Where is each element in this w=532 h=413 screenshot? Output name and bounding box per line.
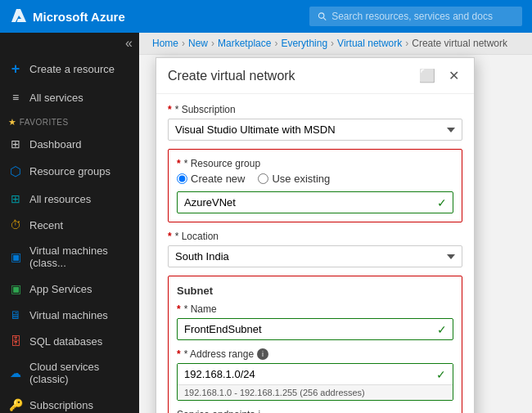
search-input[interactable] — [331, 11, 514, 22]
sidebar-item-label: Cloud services (classic) — [29, 361, 131, 385]
check-icon-address: ✓ — [436, 368, 453, 381]
service-endpoints-label: Service endpoints i — [177, 409, 453, 413]
app-services-icon: ▣ — [8, 282, 23, 295]
sidebar-item-label: Create a resource — [29, 63, 115, 75]
dialog-header: Create virtual network ⬜ ✕ — [156, 58, 474, 94]
sidebar-item-label: Resource groups — [29, 165, 110, 177]
subnet-name-field: * * Name ✓ — [177, 303, 453, 340]
sidebar-item-label: Virtual machines (class... — [29, 245, 131, 269]
location-select[interactable]: South India — [168, 245, 462, 267]
search-bar-container[interactable] — [309, 7, 522, 26]
breadcrumb-sep-5: › — [405, 38, 408, 49]
dialog-title: Create virtual network — [168, 69, 295, 83]
sidebar-item-label: All resources — [29, 193, 91, 205]
resource-group-section: * * Resource group Create new Use existi… — [168, 149, 462, 222]
main-layout: « + Create a resource ≡ All services ★ F… — [0, 33, 532, 413]
breadcrumb-sep-2: › — [211, 38, 214, 49]
sidebar-item-all-resources[interactable]: ⊞ All resources — [0, 186, 139, 212]
subnet-name-input[interactable] — [177, 318, 453, 340]
sidebar-item-virtual-machines[interactable]: 🖥 Virtual machines — [0, 302, 139, 328]
collapse-icon[interactable]: « — [125, 36, 133, 51]
recent-icon: ⏱ — [8, 218, 23, 231]
plus-icon: + — [8, 61, 23, 78]
location-label: * * Location — [168, 231, 462, 242]
service-endpoints-info-icon: i — [258, 409, 260, 413]
sidebar-item-subscriptions[interactable]: 🔑 Subscriptions — [0, 392, 139, 413]
list-icon: ≡ — [8, 91, 23, 104]
sidebar-item-label: All services — [29, 92, 83, 104]
sidebar-item-label: Recent — [29, 219, 63, 231]
vm-class-icon: ▣ — [8, 250, 23, 263]
all-resources-icon: ⊞ — [8, 192, 23, 205]
address-range-label: * * Address range i — [177, 348, 453, 360]
subscription-label: * * Subscription — [168, 104, 462, 115]
minimize-icon[interactable]: ⬜ — [416, 66, 439, 85]
address-range-input-row: ✓ — [178, 364, 453, 384]
location-field: * * Location South India — [168, 231, 462, 267]
address-range-box: ✓ 192.168.1.0 - 192.168.1.255 (256 addre… — [177, 363, 453, 401]
svg-point-1 — [318, 13, 323, 18]
dialog-body: * * Subscription Visual Studio Ultimate … — [156, 94, 474, 413]
sidebar-item-label: SQL databases — [29, 335, 102, 348]
subnet-title: Subnet — [177, 285, 453, 297]
sidebar-item-recent[interactable]: ⏱ Recent — [0, 212, 139, 238]
breadcrumb-new[interactable]: New — [188, 38, 208, 49]
use-existing-radio-label[interactable]: Use existing — [258, 173, 330, 185]
check-icon-subnet: ✓ — [437, 323, 447, 336]
azure-logo-text: Microsoft Azure — [33, 10, 125, 24]
cloud-icon: ☁ — [8, 366, 23, 379]
svg-marker-0 — [11, 9, 26, 22]
subscriptions-icon: 🔑 — [8, 398, 23, 411]
create-vnet-dialog: Create virtual network ⬜ ✕ * * Subscript… — [156, 57, 475, 413]
azure-logo-icon — [10, 7, 28, 25]
resource-group-radio-group: Create new Use existing — [177, 173, 453, 185]
sidebar-item-virtual-machines-class[interactable]: ▣ Virtual machines (class... — [0, 238, 139, 276]
vm-icon: 🖥 — [8, 308, 23, 321]
sidebar-item-app-services[interactable]: ▣ App Services — [0, 276, 139, 302]
create-new-radio[interactable] — [177, 173, 187, 184]
breadcrumb-everything[interactable]: Everything — [281, 38, 327, 49]
resource-group-input[interactable] — [177, 191, 453, 213]
sidebar-item-label: Subscriptions — [29, 399, 93, 411]
resource-group-label: * * Resource group — [177, 158, 453, 169]
dialog-controls: ⬜ ✕ — [416, 66, 462, 85]
sql-icon: 🗄 — [8, 334, 23, 348]
sidebar-item-resource-groups[interactable]: ⬡ Resource groups — [0, 157, 139, 186]
sidebar-collapse[interactable]: « — [0, 33, 139, 54]
subscription-select[interactable]: Visual Studio Ultimate with MSDN — [168, 119, 462, 141]
sidebar-item-label: Dashboard — [29, 138, 82, 150]
address-range-input[interactable] — [178, 364, 436, 384]
favorites-label: ★ FAVORITES — [0, 110, 139, 131]
address-range-hint: 192.168.1.0 - 192.168.1.255 (256 address… — [178, 384, 453, 400]
sidebar-item-sql-databases[interactable]: 🗄 SQL databases — [0, 328, 139, 354]
breadcrumb-virtual-network[interactable]: Virtual network — [337, 38, 402, 49]
content-area: Home › New › Marketplace › Everything › … — [139, 33, 532, 413]
breadcrumb-sep-1: › — [182, 38, 185, 49]
breadcrumb-home[interactable]: Home — [152, 38, 178, 49]
resource-group-input-wrapper: ✓ — [177, 191, 453, 213]
resource-groups-icon: ⬡ — [8, 164, 23, 179]
sidebar-item-dashboard[interactable]: ⊞ Dashboard — [0, 131, 139, 157]
sidebar: « + Create a resource ≡ All services ★ F… — [0, 33, 139, 413]
breadcrumb-sep-4: › — [331, 38, 334, 49]
close-icon[interactable]: ✕ — [445, 66, 462, 85]
breadcrumb: Home › New › Marketplace › Everything › … — [139, 33, 532, 55]
top-bar: Microsoft Azure — [0, 0, 532, 33]
subnet-section: Subnet * * Name ✓ — [168, 276, 462, 413]
create-new-radio-label[interactable]: Create new — [177, 173, 245, 185]
star-icon: ★ — [8, 117, 17, 127]
breadcrumb-marketplace[interactable]: Marketplace — [218, 38, 271, 49]
azure-logo: Microsoft Azure — [10, 7, 125, 25]
subnet-name-label: * * Name — [177, 303, 453, 315]
search-icon — [318, 11, 327, 21]
subnet-name-input-wrapper: ✓ — [177, 318, 453, 340]
breadcrumb-current: Create virtual network — [412, 38, 507, 49]
sidebar-item-cloud-services[interactable]: ☁ Cloud services (classic) — [0, 354, 139, 392]
use-existing-radio[interactable] — [258, 173, 268, 184]
address-range-field: * * Address range i ✓ 192.168.1.0 - 192.… — [177, 348, 453, 401]
breadcrumb-sep-3: › — [274, 38, 277, 49]
sidebar-item-create-resource[interactable]: + Create a resource — [0, 54, 139, 84]
dashboard-icon: ⊞ — [8, 137, 23, 150]
sidebar-item-all-services[interactable]: ≡ All services — [0, 84, 139, 110]
info-icon: i — [257, 348, 268, 360]
